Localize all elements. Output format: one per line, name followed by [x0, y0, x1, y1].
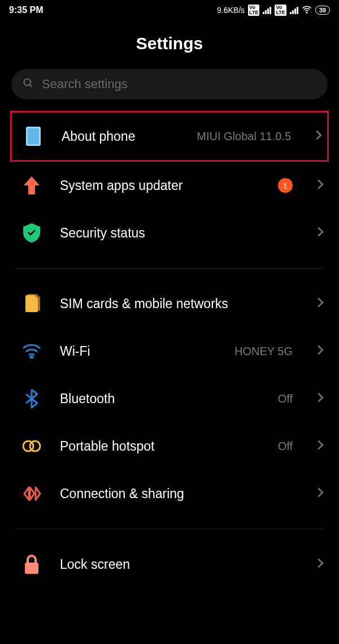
wifi-icon [21, 341, 42, 361]
wifi-label: Wi-Fi [60, 344, 216, 359]
svg-point-7 [30, 441, 40, 451]
chevron-right-icon [316, 179, 324, 192]
chevron-right-icon [316, 297, 324, 310]
wifi-value: HONEY 5G [234, 345, 293, 358]
divider [15, 529, 324, 529]
hotspot-value: Off [278, 440, 293, 453]
chevron-right-icon [316, 557, 324, 571]
connection-sharing-label: Connection & sharing [60, 486, 298, 502]
network-speed: 9.6KB/s [217, 6, 245, 15]
lock-icon [21, 554, 42, 574]
chevron-right-icon [316, 392, 324, 405]
status-time: 9:35 PM [9, 5, 43, 15]
sim-card-icon [21, 293, 42, 314]
signal-icon-1 [263, 7, 271, 14]
phone-icon [23, 126, 44, 146]
wifi-status-icon [302, 5, 312, 16]
updater-badge: 1 [278, 178, 293, 193]
bluetooth-item[interactable]: Bluetooth Off [0, 375, 339, 422]
volte-icon-2: VoLTE [275, 5, 286, 16]
page-title: Settings [0, 20, 339, 69]
about-phone-label: About phone [62, 129, 179, 144]
shield-check-icon [21, 223, 42, 243]
svg-point-5 [31, 356, 33, 358]
chevron-right-icon [316, 344, 324, 358]
bluetooth-label: Bluetooth [60, 391, 260, 407]
search-input[interactable]: Search settings [11, 69, 328, 100]
battery-icon: 39 [315, 6, 330, 15]
sim-cards-label: SIM cards & mobile networks [60, 296, 298, 312]
connection-sharing-item[interactable]: Connection & sharing [0, 470, 339, 517]
lock-screen-item[interactable]: Lock screen [0, 541, 339, 588]
system-updater-label: System apps updater [60, 178, 260, 193]
security-status-item[interactable]: Security status [0, 209, 339, 257]
hotspot-icon [21, 436, 42, 456]
svg-line-2 [30, 85, 32, 87]
svg-rect-4 [28, 128, 39, 144]
bluetooth-icon [21, 388, 42, 409]
signal-icon-2 [290, 7, 298, 14]
search-icon [23, 77, 34, 91]
connection-icon [21, 483, 42, 504]
security-status-label: Security status [60, 226, 298, 241]
volte-icon-1: VoLTE [248, 5, 259, 16]
sim-cards-item[interactable]: SIM cards & mobile networks [0, 280, 339, 327]
hotspot-item[interactable]: Portable hotspot Off [0, 422, 339, 470]
chevron-right-icon [315, 129, 323, 143]
bluetooth-value: Off [278, 392, 293, 405]
arrow-up-icon [21, 175, 42, 196]
status-bar: 9:35 PM 9.6KB/s VoLTE VoLTE 39 [0, 0, 339, 20]
about-phone-item[interactable]: About phone MIUI Global 11.0.5 [10, 111, 329, 162]
wifi-item[interactable]: Wi-Fi HONEY 5G [0, 327, 339, 375]
hotspot-label: Portable hotspot [60, 439, 260, 454]
search-placeholder: Search settings [42, 77, 128, 92]
status-indicators: 9.6KB/s VoLTE VoLTE 39 [217, 5, 330, 16]
lock-screen-label: Lock screen [60, 557, 298, 572]
chevron-right-icon [316, 439, 324, 453]
about-phone-value: MIUI Global 11.0.5 [197, 130, 291, 143]
svg-point-1 [24, 79, 31, 86]
divider [15, 268, 324, 269]
chevron-right-icon [316, 226, 324, 240]
system-updater-item[interactable]: System apps updater 1 [0, 162, 339, 209]
chevron-right-icon [316, 487, 324, 500]
svg-point-0 [306, 12, 307, 13]
svg-rect-8 [25, 563, 38, 574]
